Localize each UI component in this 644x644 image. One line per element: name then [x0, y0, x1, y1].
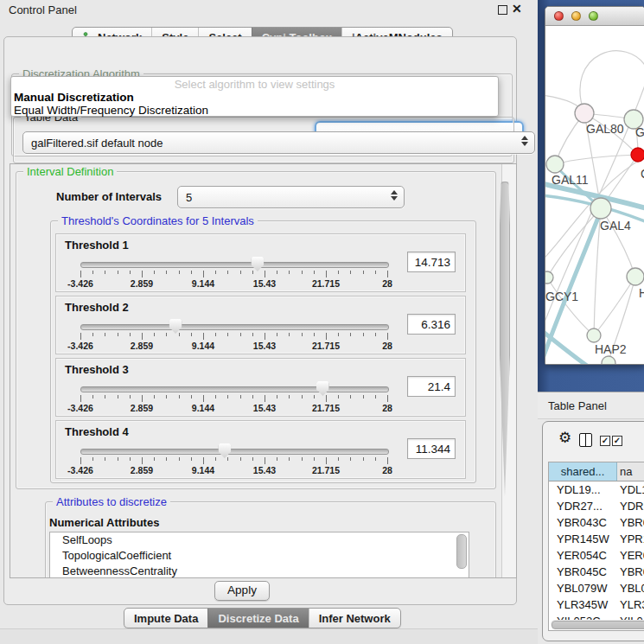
slider-thumb[interactable]	[218, 443, 231, 458]
table-data-combobox[interactable]: galFiltered.sif default node	[22, 131, 535, 154]
tick-mark	[191, 457, 192, 461]
tab-label: Discretize Data	[218, 612, 298, 625]
tick-mark	[338, 457, 339, 461]
tick-mark	[363, 333, 364, 336]
panel-title: Control Panel	[9, 3, 77, 16]
node-red-selected[interactable]	[631, 148, 644, 162]
cell-shared-name[interactable]: YDL19...	[549, 481, 617, 498]
slider-thumb[interactable]	[251, 257, 264, 271]
node-gal80[interactable]	[575, 104, 594, 123]
cell-name[interactable]: YLR3	[617, 596, 644, 613]
node-gal4[interactable]	[590, 198, 611, 219]
close-traffic-light-icon[interactable]	[554, 11, 564, 21]
tick-mark	[387, 395, 388, 402]
list-scrollbar-thumb[interactable]	[456, 534, 467, 569]
table-row[interactable]: YBR045CYBR0	[549, 564, 644, 580]
tick-label: 15.43	[253, 341, 276, 351]
close-icon[interactable]: ✕	[512, 2, 522, 16]
tick-mark	[265, 271, 265, 277]
slider-thumb[interactable]	[316, 381, 329, 396]
zoom-traffic-light-icon[interactable]	[589, 11, 598, 21]
cell-shared-name[interactable]: YBL079W	[549, 580, 617, 596]
table-data-group: Table Data galFiltered.sif default node	[13, 117, 514, 163]
cell-shared-name[interactable]: YLR345W	[549, 596, 617, 613]
network-canvas[interactable]: GAL80GALGAL11CGAL4GCY1HAHAP2	[545, 26, 644, 364]
tick-mark	[105, 333, 105, 336]
tick-mark	[252, 271, 253, 274]
horizontal-scrollbar[interactable]	[551, 620, 644, 628]
number-of-intervals-combobox[interactable]: 5	[177, 186, 405, 208]
threshold-slider[interactable]: -3.4262.8599.14415.4321.71528	[80, 319, 387, 350]
attribute-item-betweennesscentrality[interactable]: BetweennessCentrality	[50, 564, 469, 578]
table-row[interactable]: YLR345WYLR3	[549, 596, 644, 613]
popup-option-equal-width-frequency[interactable]: Equal Width/Frequency Discretization	[11, 104, 498, 117]
column-header-name[interactable]: na	[617, 462, 644, 481]
tab-infer-network[interactable]: Infer Network	[309, 609, 400, 628]
gear-icon[interactable]: ⚙	[558, 430, 571, 445]
threshold-value-field[interactable]: 6.316	[407, 314, 456, 335]
cell-name[interactable]: YPR1	[617, 531, 644, 547]
table-row[interactable]: YDR27...YDR2	[549, 498, 644, 514]
threshold-value-field[interactable]: 14.713	[407, 252, 456, 272]
tick-mark	[387, 333, 388, 340]
threshold-value-field[interactable]: 11.344	[407, 438, 456, 459]
cell-name[interactable]: YBR0	[617, 514, 644, 531]
table-row[interactable]: YBL079WYBL0	[549, 580, 644, 596]
cell-name[interactable]: YBR0	[617, 564, 644, 580]
checkbox-checked-icon[interactable]: ✓	[600, 436, 610, 446]
threshold-value-field[interactable]: 21.4	[407, 376, 456, 397]
tab-discretize-data[interactable]: Discretize Data	[207, 609, 308, 628]
numerical-attributes-list[interactable]: SelfLoopsTopologicalCoefficientBetweenne…	[49, 532, 469, 578]
algorithm-prompt-item[interactable]: Select algorithm to view settings	[11, 79, 498, 91]
tab-label: Impute Data	[134, 612, 198, 625]
threshold-slider[interactable]: -3.4262.8599.14415.4321.71528	[80, 443, 387, 475]
cyni-toolbox-content: Discretization Algorithm Table Data galF…	[3, 36, 517, 605]
attribute-item-selfloops[interactable]: SelfLoops	[50, 532, 469, 548]
checkbox-checked-icon[interactable]: ✓	[612, 436, 622, 446]
node-gcy1[interactable]	[545, 271, 553, 284]
cell-name[interactable]: YBL0	[617, 580, 644, 596]
cell-shared-name[interactable]: YPR145W	[549, 531, 617, 547]
table-row[interactable]: YDL19...YDL1	[549, 481, 644, 498]
table-row[interactable]: YBR043CYBR0	[549, 514, 644, 531]
minimize-traffic-light-icon[interactable]	[571, 11, 581, 21]
cell-shared-name[interactable]: YBR043C	[549, 514, 617, 531]
tick-label: 15.43	[253, 278, 276, 289]
combo-spinner-icon	[391, 190, 398, 201]
cell-name[interactable]: YDR2	[617, 498, 644, 514]
cell-name[interactable]: YER0	[617, 547, 644, 564]
tick-mark	[326, 271, 327, 277]
column-header-shared-name[interactable]: shared...	[549, 462, 617, 481]
tick-label: 9.144	[192, 403, 214, 413]
tick-mark	[314, 333, 315, 336]
attribute-item-topologicalcoefficient[interactable]: TopologicalCoefficient	[50, 548, 469, 564]
slider-thumb[interactable]	[169, 319, 182, 334]
interval-definition-title: Interval Definition	[23, 165, 117, 178]
cell-shared-name[interactable]: YDR27...	[549, 498, 617, 514]
horizontal-scrollbar-thumb[interactable]	[552, 621, 644, 629]
float-window-icon[interactable]	[498, 5, 507, 15]
tick-label: 28	[382, 403, 392, 413]
tick-label: -3.426	[67, 465, 93, 475]
tick-mark	[363, 457, 364, 461]
node-bottom[interactable]	[602, 356, 615, 364]
tab-impute-data[interactable]: Impute Data	[124, 609, 207, 628]
tick-mark	[166, 271, 167, 274]
node-gal11[interactable]	[546, 156, 564, 173]
threshold-slider[interactable]: -3.4262.8599.14415.4321.71528	[80, 257, 387, 288]
apply-button[interactable]: Apply	[214, 581, 270, 601]
split-column-icon[interactable]	[579, 433, 592, 447]
popup-option-manual-discretization[interactable]: Manual Discretization	[11, 91, 498, 104]
cell-shared-name[interactable]: YER054C	[549, 547, 617, 564]
tick-mark	[375, 271, 376, 274]
threshold-slider[interactable]: -3.4262.8599.14415.4321.71528	[80, 381, 387, 412]
table-row[interactable]: YPR145WYPR1	[549, 531, 644, 547]
vertical-scrollbar-thumb[interactable]	[500, 182, 510, 496]
node-hap2[interactable]	[587, 328, 601, 342]
vertical-scrollbar[interactable]	[501, 164, 516, 577]
table-row[interactable]: YER054CYER0	[549, 547, 644, 564]
node-right[interactable]	[627, 268, 644, 285]
cell-shared-name[interactable]: YBR045C	[549, 564, 617, 580]
tick-mark	[92, 333, 93, 336]
cell-name[interactable]: YDL1	[617, 481, 644, 498]
